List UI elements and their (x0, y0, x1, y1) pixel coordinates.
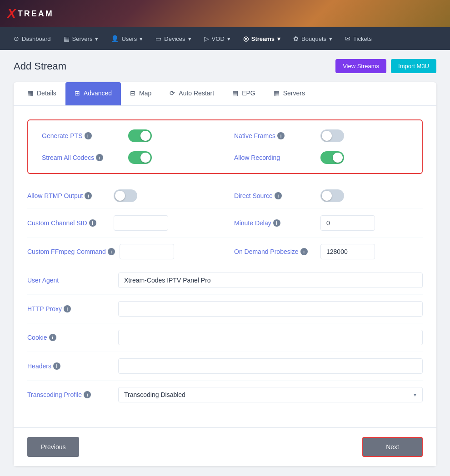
bouquets-icon: ✿ (293, 35, 299, 42)
tab-auto-restart[interactable]: ⟳ Auto Restart (160, 82, 223, 105)
sidebar-item-devices[interactable]: ▭ Devices ▾ (149, 27, 197, 50)
stream-all-codecs-toggle[interactable] (128, 151, 152, 164)
direct-source-info-icon[interactable]: i (275, 192, 282, 199)
transcoding-profile-info-icon[interactable]: i (84, 391, 91, 398)
sidebar-item-tickets[interactable]: ✉ Tickets (339, 27, 378, 50)
bouquets-chevron-icon: ▾ (329, 35, 332, 42)
stream-all-codecs-label: Stream All Codecs i (42, 154, 124, 161)
logo: X TREAM (7, 6, 54, 21)
servers-tab-icon: ▦ (274, 89, 280, 97)
transcoding-profile-row: Transcoding Profile i Transcoding Disabl… (27, 381, 423, 409)
view-streams-button[interactable]: View Streams (335, 59, 386, 73)
stream-all-codecs-slider (128, 151, 152, 164)
dashboard-icon: ⊙ (14, 35, 19, 42)
minute-delay-input[interactable] (320, 215, 375, 231)
native-frames-toggle[interactable] (320, 129, 344, 142)
main-card: ▦ Details ⊞ Advanced ⊟ Map ⟳ Auto Restar… (14, 82, 436, 466)
allow-recording-label: Allow Recording (234, 154, 316, 161)
details-tab-icon: ▦ (27, 89, 33, 97)
advanced-tab-icon: ⊞ (75, 89, 80, 97)
top-bar: X TREAM (0, 0, 450, 27)
users-chevron-icon: ▾ (140, 35, 143, 42)
minute-delay-field: Minute Delay i (234, 215, 423, 231)
stream-all-codecs-info-icon[interactable]: i (96, 154, 103, 161)
devices-icon: ▭ (155, 35, 161, 42)
servers-chevron-icon: ▾ (95, 35, 98, 42)
previous-button[interactable]: Previous (27, 437, 79, 457)
native-frames-slider (320, 129, 344, 142)
generate-pts-slider (128, 129, 152, 142)
generate-pts-toggle[interactable] (128, 129, 152, 142)
generate-pts-row: Generate PTS i Native Frames i (42, 129, 408, 142)
devices-chevron-icon: ▾ (188, 35, 191, 42)
transcoding-profile-select[interactable]: Transcoding Disabled Profile 1 Profile 2 (118, 387, 423, 402)
on-demand-probesize-info-icon[interactable]: i (300, 248, 308, 255)
vod-icon: ▷ (204, 35, 209, 42)
tab-details-label: Details (37, 89, 56, 97)
http-proxy-input[interactable] (118, 301, 423, 317)
rtmp-direct-row: Allow RTMP Output i Direct Source i (27, 183, 423, 209)
sidebar-item-vod[interactable]: ▷ VOD ▾ (198, 27, 237, 50)
auto-restart-tab-icon: ⟳ (170, 89, 175, 97)
custom-ffmpeg-input[interactable] (120, 244, 174, 259)
transcoding-profile-wrapper: Transcoding Disabled Profile 1 Profile 2 (118, 387, 423, 402)
generate-pts-info-icon[interactable]: i (85, 132, 92, 139)
sidebar-item-dashboard[interactable]: ⊙ Dashboard (7, 27, 57, 50)
tab-details[interactable]: ▦ Details (18, 82, 65, 105)
allow-recording-toggle[interactable] (320, 151, 344, 164)
sidebar-item-bouquets[interactable]: ✿ Bouquets ▾ (287, 27, 339, 50)
user-agent-input[interactable] (118, 273, 423, 288)
headers-input[interactable] (118, 358, 423, 374)
sidebar-item-streams[interactable]: ◎ Streams ▾ (237, 27, 287, 50)
form-content: Generate PTS i Native Frames i (14, 106, 436, 423)
custom-ffmpeg-field: Custom FFmpeg Command i (27, 244, 216, 259)
allow-rtmp-toggle[interactable] (114, 189, 137, 202)
cookie-info-icon[interactable]: i (49, 334, 56, 341)
cookie-input[interactable] (118, 330, 423, 345)
tab-map[interactable]: ⊟ Map (121, 82, 160, 105)
custom-channel-sid-field: Custom Channel SID i (27, 215, 216, 231)
minute-delay-info-icon[interactable]: i (273, 219, 280, 227)
direct-source-label: Direct Source i (234, 192, 316, 199)
stream-codecs-row: Stream All Codecs i Allow Recording (42, 151, 408, 164)
tab-servers[interactable]: ▦ Servers (265, 82, 314, 105)
sidebar-item-servers[interactable]: ▦ Servers ▾ (57, 27, 105, 50)
http-proxy-info-icon[interactable]: i (64, 305, 71, 312)
ffmpeg-probesize-row: Custom FFmpeg Command i On Demand Probes… (27, 238, 423, 266)
tickets-icon: ✉ (345, 35, 350, 42)
on-demand-probesize-label: On Demand Probesize i (234, 248, 316, 255)
servers-icon: ▦ (64, 35, 70, 42)
allow-recording-field: Allow Recording (234, 151, 408, 164)
headers-label: Headers i (27, 362, 118, 370)
headers-info-icon[interactable]: i (53, 362, 60, 370)
nav-servers-label: Servers (72, 35, 93, 42)
custom-channel-sid-input[interactable] (114, 215, 168, 231)
logo-x: X (7, 6, 16, 21)
custom-ffmpeg-info-icon[interactable]: i (108, 248, 115, 255)
tab-advanced[interactable]: ⊞ Advanced (65, 82, 121, 105)
direct-source-toggle[interactable] (320, 189, 344, 202)
streams-chevron-icon: ▾ (277, 35, 280, 42)
tabs-bar: ▦ Details ⊞ Advanced ⊟ Map ⟳ Auto Restar… (14, 82, 436, 106)
custom-channel-sid-info-icon[interactable]: i (89, 219, 96, 227)
streams-icon: ◎ (243, 35, 249, 42)
on-demand-probesize-input[interactable] (320, 244, 375, 259)
minute-delay-label: Minute Delay i (234, 219, 316, 227)
tab-servers-label: Servers (283, 89, 305, 97)
page-header: Add Stream View Streams Import M3U (14, 59, 436, 73)
sidebar-item-users[interactable]: 👤 Users ▾ (105, 27, 149, 50)
channel-sid-row: Custom Channel SID i Minute Delay i (27, 209, 423, 238)
allow-rtmp-info-icon[interactable]: i (85, 192, 92, 199)
http-proxy-row: HTTP Proxy i (27, 295, 423, 323)
generate-pts-label: Generate PTS i (42, 132, 124, 139)
import-m3u-button[interactable]: Import M3U (391, 59, 436, 73)
nav-dashboard-label: Dashboard (22, 35, 51, 42)
nav-devices-label: Devices (164, 35, 185, 42)
next-button[interactable]: Next (362, 437, 423, 457)
epg-tab-icon: ▤ (232, 89, 238, 97)
tab-epg-label: EPG (242, 89, 255, 97)
tab-epg[interactable]: ▤ EPG (223, 82, 265, 105)
native-frames-info-icon[interactable]: i (277, 132, 285, 139)
nav-vod-label: VOD (212, 35, 225, 42)
on-demand-probesize-field: On Demand Probesize i (234, 244, 423, 259)
